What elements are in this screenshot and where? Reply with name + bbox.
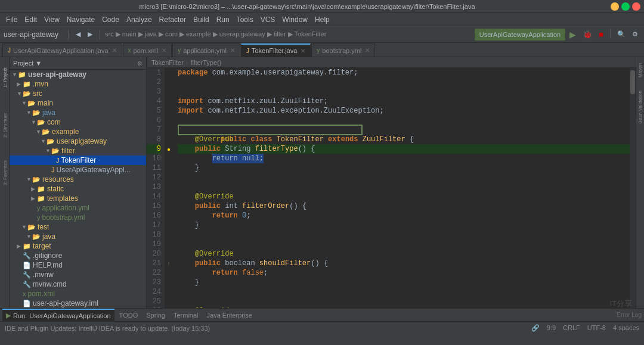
todo-tab[interactable]: TODO (116, 309, 142, 321)
menu-file[interactable]: File (2, 14, 21, 25)
tree-item-bootstrap-yml[interactable]: y bootstrap.yml (10, 213, 146, 222)
tab-close-icon[interactable]: ✕ (365, 47, 370, 54)
tree-item-src[interactable]: ▼ 📂 src (10, 89, 146, 98)
tree-item-static[interactable]: ▶ 📁 static (10, 184, 146, 194)
java-enterprise-tab[interactable]: Java Enterprise (203, 309, 256, 321)
right-tab-bean-validation[interactable]: Bean Validation (636, 87, 644, 127)
side-tab-structure[interactable]: 2: Structure (0, 107, 10, 143)
tab-close-icon-active[interactable]: ✕ (301, 48, 305, 54)
tree-item-gitignore[interactable]: 🔧 .gitignore (10, 251, 146, 260)
run-button[interactable]: ▶ (567, 29, 578, 41)
tree-item-iml[interactable]: 📄 user-api-gateway.iml (10, 299, 146, 308)
tree-item-helpmd[interactable]: 📄 HELP.md (10, 260, 146, 270)
tab-pomxml[interactable]: x pom.xml ✕ (123, 43, 172, 57)
title-text: micro3 [E:\micro-02\micro3] – ...\user-a… (4, 3, 611, 10)
sidebar-settings-button[interactable]: ⚙ (137, 60, 143, 67)
tree-item-filter[interactable]: ▼ 📂 filter (10, 146, 146, 156)
tree-item-test-java[interactable]: ▼ 📂 java (10, 232, 146, 241)
run-tab[interactable]: ▶ Run: UserApiGatewayApplication (2, 309, 114, 321)
code-line-17: } (178, 220, 630, 230)
code-text[interactable]: package com.example.userapigateway.filte… (173, 68, 630, 308)
menu-analyze[interactable]: Analyze (123, 14, 156, 25)
tree-item-mvnw[interactable]: 🔧 .mvnw (10, 270, 146, 279)
line-numbers: 12345 678 9 10111213 141516171819 202122… (147, 68, 165, 308)
tree-item-resources[interactable]: ▼ 📂 resources (10, 175, 146, 184)
right-tab-maven[interactable]: Maven (636, 60, 644, 81)
tab-tokenfilter[interactable]: J TokenFilter.java ✕ (241, 43, 311, 57)
tab-bootstrapyml[interactable]: y bootstrap.yml ✕ (311, 43, 375, 57)
menu-navigate[interactable]: Navigate (63, 14, 98, 25)
tree-item-userapigatewayapp[interactable]: J UserApiGatewayAppl... (10, 165, 146, 175)
bootstrap-yml-icon: y (317, 47, 320, 54)
scrollbar-thumb[interactable] (630, 70, 635, 94)
run-tab-label: Run: (13, 312, 27, 319)
line-sep[interactable]: CRLF (563, 324, 580, 332)
debug-button[interactable]: 🐞 (580, 29, 595, 41)
encoding[interactable]: UTF-8 (587, 324, 606, 332)
menu-vcs[interactable]: VCS (257, 14, 279, 25)
folder-icon: 📁 (18, 71, 26, 79)
tree-item-application-yml[interactable]: y application.yml (10, 203, 146, 213)
menu-help[interactable]: Help (311, 14, 333, 25)
code-content-area[interactable]: 12345 678 9 10111213 141516171819 202122… (147, 68, 636, 308)
sidebar-header: Project ▼ ⚙ (10, 57, 146, 70)
terminal-tab[interactable]: Terminal (170, 309, 202, 321)
maximize-button[interactable] (621, 2, 630, 11)
minimize-button[interactable] (611, 2, 619, 11)
tree-item-test[interactable]: ▼ 📂 test (10, 222, 146, 232)
search-button[interactable]: 🔍 (615, 29, 628, 41)
breakpoint-icon[interactable]: ● (165, 144, 173, 154)
tree-item-root[interactable]: ▼ 📁 user-api-gateway (10, 70, 146, 79)
breadcrumb-filtertype: filterType() (190, 59, 221, 66)
side-tab-favorites[interactable]: 3: Favorites (0, 155, 10, 191)
menu-view[interactable]: View (41, 14, 63, 25)
menu-window[interactable]: Window (278, 14, 311, 25)
menu-run[interactable]: Run (213, 14, 233, 25)
tree-item-com[interactable]: ▼ 📂 com (10, 117, 146, 127)
test-java-folder-icon: 📂 (32, 233, 41, 241)
tree-item-main[interactable]: ▼ 📂 main (10, 98, 146, 108)
tree-item-tokenfilter[interactable]: J TokenFilter (10, 156, 146, 165)
window-controls (611, 2, 640, 11)
settings-button[interactable]: ⚙ (630, 29, 640, 41)
menu-edit[interactable]: Edit (21, 14, 41, 25)
spring-label: Spring (146, 312, 165, 319)
menu-tools[interactable]: Tools (233, 14, 257, 25)
tree-item-mvn[interactable]: ▶ 📁 .mvn (10, 79, 146, 89)
spring-tab[interactable]: Spring (143, 309, 169, 321)
indent[interactable]: 4 spaces (613, 324, 639, 332)
menu-refactor[interactable]: Refactor (156, 14, 190, 25)
tab-close-icon[interactable]: ✕ (230, 47, 235, 54)
side-tab-project[interactable]: 1: Project (0, 60, 10, 95)
tree-item-java[interactable]: ▼ 📂 java (10, 108, 146, 117)
tree-item-example[interactable]: ▼ 📂 example (10, 127, 146, 136)
tree-item-templates[interactable]: ▶ 📁 templates (10, 194, 146, 203)
close-button[interactable] (632, 2, 640, 11)
code-editor[interactable]: TokenFilter › filterType() 12345 678 9 1… (147, 57, 636, 308)
line-col[interactable]: 9:9 (547, 324, 556, 332)
yml-icon: y (178, 47, 181, 54)
tree-item-mvnwcmd[interactable]: 🔧 mvnw.cmd (10, 279, 146, 289)
tree-item-target[interactable]: ▶ 📁 target (10, 241, 146, 251)
app-file-icon: J (51, 166, 55, 173)
tab-close-icon[interactable]: ✕ (162, 47, 166, 54)
code-line-24 (178, 287, 630, 297)
tree-item-pomxml[interactable]: x pom.xml (10, 289, 146, 299)
override-icon: ↑ (165, 259, 173, 268)
tab-applicationyml[interactable]: y application.yml ✕ (172, 43, 240, 57)
forward-button[interactable]: ▶ (85, 29, 95, 39)
menu-build[interactable]: Build (190, 14, 213, 25)
tab-close-icon[interactable]: ✕ (112, 47, 117, 54)
code-line-12 (178, 173, 630, 182)
git-icon: 🔗 (531, 324, 540, 332)
tab-userapigatewayapplication[interactable]: J UserApiGatewayApplication.java ✕ (2, 43, 122, 57)
back-button[interactable]: ◀ (73, 29, 83, 39)
project-sidebar: Project ▼ ⚙ ▼ 📁 user-api-gateway ▶ 📁 .mv… (10, 57, 147, 308)
breadcrumb-separator: › (186, 59, 188, 66)
stop-button[interactable]: ■ (596, 29, 606, 41)
tree-item-userapigateway[interactable]: ▼ 📂 userapigateway (10, 136, 146, 146)
vertical-scrollbar[interactable] (630, 68, 636, 308)
iml-icon: 📄 (23, 300, 31, 307)
menu-code[interactable]: Code (98, 14, 123, 25)
run-config-button[interactable]: UserApiGatewayApplication (475, 29, 565, 41)
